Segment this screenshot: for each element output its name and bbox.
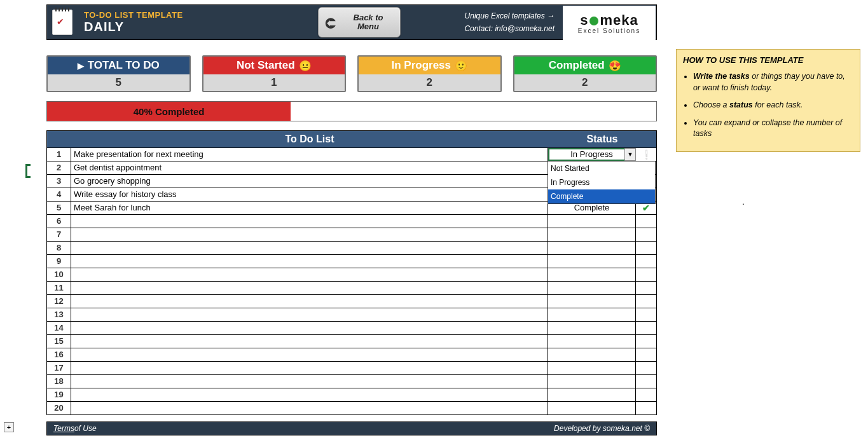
empty-status-icon (636, 268, 656, 281)
empty-status-icon (636, 375, 656, 388)
task-cell[interactable] (71, 362, 548, 374)
table-row[interactable]: 18 (47, 374, 656, 388)
status-cell[interactable] (548, 242, 636, 254)
table-row[interactable]: 11 (47, 281, 656, 294)
row-number: 8 (47, 242, 71, 254)
empty-status-icon (636, 362, 656, 374)
status-cell[interactable] (548, 228, 636, 241)
status-cell[interactable] (548, 308, 636, 321)
row-number: 20 (47, 402, 71, 414)
template-header: TO-DO LIST TEMPLATE DAILY ➲ Back to Menu… (46, 4, 657, 40)
table-row[interactable]: 17 (47, 361, 656, 374)
status-cell[interactable]: In Progress▼Not StartedIn ProgressComple… (548, 148, 636, 161)
task-cell[interactable] (71, 308, 548, 321)
table-row[interactable]: 15 (47, 334, 656, 348)
table-row[interactable]: 13 (47, 308, 656, 321)
empty-status-icon (636, 282, 656, 294)
row-number: 15 (47, 335, 71, 348)
task-cell[interactable]: Make presentation for next meeting (71, 148, 548, 161)
status-cell[interactable] (548, 388, 636, 401)
task-cell[interactable] (71, 242, 548, 254)
task-cell[interactable] (71, 348, 548, 361)
stray-dot: . (742, 196, 745, 207)
status-cell[interactable] (548, 362, 636, 374)
progress-status-icon: ❕ (636, 148, 656, 161)
task-cell[interactable]: Go grocery shopping (71, 175, 548, 188)
status-cell[interactable] (548, 215, 636, 228)
task-cell[interactable] (71, 388, 548, 401)
heart-eyes-icon: 😍 (609, 60, 621, 72)
task-cell[interactable] (71, 255, 548, 268)
task-cell[interactable]: Write essay for history class (71, 188, 548, 201)
sticky-item: Choose a status for each task. (693, 100, 853, 111)
brand-subtitle: Excel Solutions (578, 27, 640, 34)
table-row[interactable]: 9 (47, 254, 656, 268)
task-cell[interactable] (71, 295, 548, 308)
someka-logo[interactable]: smeka Excel Solutions (563, 6, 656, 40)
task-cell[interactable]: Meet Sarah for lunch (71, 202, 548, 214)
outline-expand-button[interactable]: + (4, 422, 14, 432)
template-title: TO-DO LIST TEMPLATE (84, 10, 464, 20)
summary-cards: ▶TOTAL TO DO 5 Not Started😐 1 In Progres… (46, 55, 657, 92)
row-number: 11 (47, 282, 71, 294)
status-cell[interactable] (548, 335, 636, 348)
card-total: ▶TOTAL TO DO 5 (46, 55, 191, 92)
status-cell[interactable] (548, 348, 636, 361)
status-cell[interactable] (548, 402, 636, 414)
status-cell[interactable] (548, 295, 636, 308)
status-dropdown-button[interactable]: ▼ (624, 148, 636, 161)
card-in-progress: In Progress🙂 2 (357, 55, 502, 92)
status-cell[interactable] (548, 375, 636, 388)
card-completed-label: Completed (549, 59, 605, 72)
back-to-menu-button[interactable]: ➲ Back to Menu (318, 7, 401, 38)
smile-face-icon: 🙂 (455, 60, 467, 72)
status-cell[interactable] (548, 268, 636, 281)
sticky-item: Write the tasks or things thay you have … (693, 71, 853, 93)
card-not-started: Not Started😐 1 (202, 55, 347, 92)
status-cell[interactable] (548, 282, 636, 294)
task-cell[interactable] (71, 215, 548, 228)
empty-status-icon (636, 388, 656, 401)
empty-status-icon (636, 215, 656, 228)
empty-status-icon (636, 335, 656, 348)
table-row[interactable]: 10 (47, 268, 656, 281)
task-cell[interactable] (71, 322, 548, 334)
table-row[interactable]: 8 (47, 241, 656, 254)
row-number: 6 (47, 215, 71, 228)
row-number: 3 (47, 175, 71, 188)
task-cell[interactable]: Get dentist appointment (71, 161, 548, 174)
terms-link[interactable]: Terms (53, 424, 74, 433)
row-number: 5 (47, 202, 71, 214)
row-number: 10 (47, 268, 71, 281)
unique-templates-link[interactable]: Unique Excel templates (465, 11, 555, 20)
status-cell[interactable] (548, 322, 636, 334)
status-cell[interactable] (548, 255, 636, 268)
task-cell[interactable] (71, 335, 548, 348)
table-row[interactable]: 16 (47, 348, 656, 361)
row-number: 19 (47, 388, 71, 401)
row-number: 17 (47, 362, 71, 374)
status-dropdown-list[interactable]: Not StartedIn ProgressComplete (548, 161, 656, 204)
task-cell[interactable] (71, 228, 548, 241)
card-not-started-value: 1 (203, 74, 345, 91)
dropdown-option[interactable]: Not Started (548, 161, 655, 175)
dropdown-option[interactable]: In Progress (548, 175, 655, 189)
table-row[interactable]: 6 (47, 214, 656, 228)
todo-table: To Do List Status 1Make presentation for… (46, 130, 657, 415)
table-row[interactable]: 12 (47, 294, 656, 308)
task-cell[interactable] (71, 402, 548, 414)
task-cell[interactable] (71, 375, 548, 388)
task-cell[interactable] (71, 282, 548, 294)
table-row[interactable]: 19 (47, 388, 656, 401)
dropdown-option[interactable]: Complete (548, 189, 655, 203)
table-row[interactable]: 7 (47, 228, 656, 241)
col-header-status: Status (548, 134, 656, 145)
template-footer: Terms of Use Developed by someka.net © (46, 421, 657, 435)
table-row[interactable]: 20 (47, 401, 656, 414)
row-number: 2 (47, 161, 71, 174)
play-icon: ▶ (78, 61, 84, 71)
progress-bar: 40% Completed (46, 101, 657, 121)
table-row[interactable]: 14 (47, 321, 656, 334)
task-cell[interactable] (71, 268, 548, 281)
table-row[interactable]: 1Make presentation for next meetingIn Pr… (47, 147, 656, 161)
